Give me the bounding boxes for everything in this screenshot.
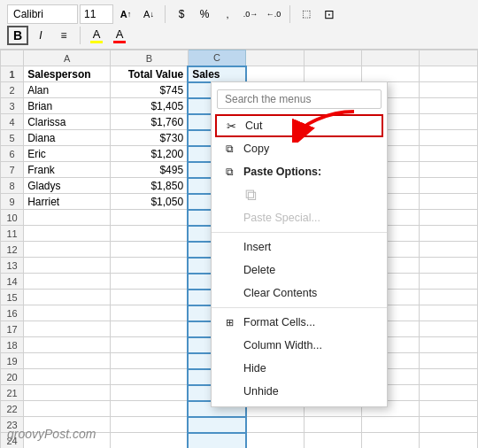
cell-b[interactable]: $745	[111, 82, 188, 98]
cell-extra[interactable]	[362, 66, 420, 82]
decrease-decimal-button[interactable]: ←.0	[263, 4, 284, 24]
cell-extra[interactable]	[420, 210, 478, 226]
increase-decimal-button[interactable]: .0→	[240, 4, 261, 24]
cell-extra[interactable]	[362, 417, 420, 433]
cell-extra[interactable]	[246, 417, 304, 433]
cell-a[interactable]	[24, 401, 111, 417]
align-button[interactable]: ≡	[53, 26, 74, 45]
comma-button[interactable]: ,	[217, 4, 238, 24]
cell-a[interactable]	[24, 353, 111, 369]
cell-a[interactable]: Salesperson	[24, 66, 111, 82]
context-menu-search[interactable]	[217, 89, 382, 109]
font-name-input[interactable]	[7, 4, 78, 24]
currency-button[interactable]: $	[171, 4, 192, 24]
cell-extra[interactable]	[420, 369, 478, 385]
cell-b[interactable]	[111, 258, 188, 274]
cell-extra[interactable]	[420, 82, 478, 98]
wrap-text-button[interactable]: ⬚	[296, 4, 317, 24]
cell-a[interactable]	[24, 210, 111, 226]
col-d-header[interactable]	[246, 50, 304, 66]
context-menu-insert[interactable]: Insert	[212, 236, 387, 259]
cell-c[interactable]	[188, 417, 245, 433]
cell-a[interactable]	[24, 385, 111, 401]
context-menu-clear-contents[interactable]: Clear Contents	[212, 282, 387, 305]
cell-extra[interactable]	[420, 66, 478, 82]
cell-a[interactable]: Clarissa	[24, 114, 111, 130]
decrease-font-button[interactable]: A↓	[138, 4, 159, 24]
cell-b[interactable]	[111, 321, 188, 337]
cell-b[interactable]	[111, 305, 188, 321]
cell-extra[interactable]	[420, 98, 478, 114]
font-color-button[interactable]: A	[109, 26, 130, 45]
cell-b[interactable]	[111, 242, 188, 258]
cell-a[interactable]	[24, 321, 111, 337]
cell-extra[interactable]	[304, 417, 361, 433]
cell-extra[interactable]	[420, 337, 478, 353]
cell-b[interactable]	[111, 433, 188, 449]
cell-b[interactable]	[111, 353, 188, 369]
cell-a[interactable]	[24, 369, 111, 385]
cell-extra[interactable]	[420, 162, 478, 178]
cell-a[interactable]: Harriet	[24, 194, 111, 210]
cell-extra[interactable]	[420, 226, 478, 242]
cell-b[interactable]	[111, 385, 188, 401]
col-g-header[interactable]	[420, 50, 478, 66]
cell-extra[interactable]	[420, 401, 478, 417]
cell-b[interactable]: $730	[111, 130, 188, 146]
cell-extra[interactable]	[246, 66, 304, 82]
cell-extra[interactable]	[420, 385, 478, 401]
cell-a[interactable]	[24, 305, 111, 321]
context-menu-copy[interactable]: ⧉ Copy	[212, 137, 387, 160]
context-menu-format-cells[interactable]: ⊞ Format Cells...	[212, 311, 387, 334]
cell-extra[interactable]	[420, 114, 478, 130]
cell-a[interactable]	[24, 274, 111, 290]
cell-a[interactable]: Alan	[24, 82, 111, 98]
col-a-header[interactable]: A	[24, 50, 111, 66]
cell-extra[interactable]	[420, 417, 478, 433]
font-size-input[interactable]	[80, 4, 113, 24]
cell-extra[interactable]	[420, 305, 478, 321]
cell-extra[interactable]	[420, 194, 478, 210]
cell-c[interactable]	[188, 433, 245, 449]
cell-a[interactable]: Diana	[24, 130, 111, 146]
col-f-header[interactable]	[362, 50, 420, 66]
more-button[interactable]: ⊡	[319, 4, 340, 24]
cell-extra[interactable]	[420, 290, 478, 305]
context-menu-unhide[interactable]: Unhide	[212, 380, 387, 403]
cell-b[interactable]: $1,200	[111, 146, 188, 162]
cell-c[interactable]: Sales	[188, 66, 245, 82]
cell-a[interactable]	[24, 290, 111, 305]
cell-a[interactable]: Gladys	[24, 178, 111, 194]
cell-b[interactable]: $1,405	[111, 98, 188, 114]
context-menu-hide[interactable]: Hide	[212, 357, 387, 380]
cell-extra[interactable]	[420, 258, 478, 274]
cell-a[interactable]: Frank	[24, 162, 111, 178]
cell-b[interactable]: $1,050	[111, 194, 188, 210]
cell-b[interactable]	[111, 369, 188, 385]
cell-extra[interactable]	[420, 353, 478, 369]
cell-b[interactable]	[111, 290, 188, 305]
cell-extra[interactable]	[304, 66, 361, 82]
cell-b[interactable]	[111, 226, 188, 242]
cell-a[interactable]	[24, 242, 111, 258]
col-c-header[interactable]: C	[188, 50, 245, 66]
context-menu-cut[interactable]: ✂ Cut	[215, 114, 383, 137]
cell-a[interactable]	[24, 226, 111, 242]
cell-a[interactable]: Brian	[24, 98, 111, 114]
highlight-color-button[interactable]: A	[86, 26, 107, 45]
cell-extra[interactable]	[362, 433, 420, 449]
cell-b[interactable]: $1,760	[111, 114, 188, 130]
cell-b[interactable]: $495	[111, 162, 188, 178]
context-menu-column-width[interactable]: Column Width...	[212, 334, 387, 357]
bold-button[interactable]: B	[7, 26, 28, 45]
italic-button[interactable]: I	[30, 26, 51, 45]
cell-extra[interactable]	[420, 433, 478, 449]
cell-extra[interactable]	[246, 433, 304, 449]
context-menu-delete[interactable]: Delete	[212, 259, 387, 282]
col-b-header[interactable]: B	[111, 50, 188, 66]
cell-extra[interactable]	[420, 274, 478, 290]
cell-extra[interactable]	[304, 433, 361, 449]
cell-b[interactable]	[111, 401, 188, 417]
cell-b[interactable]: Total Value	[111, 66, 188, 82]
cell-a[interactable]: Eric	[24, 146, 111, 162]
